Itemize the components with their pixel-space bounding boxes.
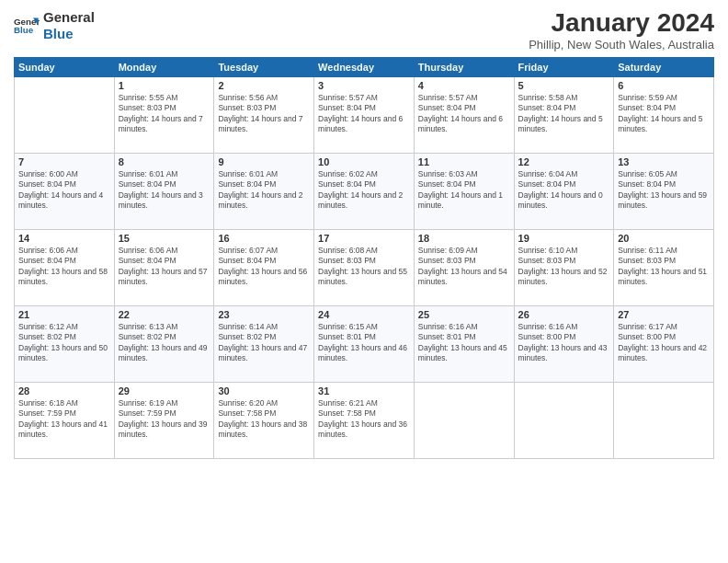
day-cell: 20Sunrise: 6:11 AMSunset: 8:03 PMDayligh…: [614, 229, 714, 305]
calendar-body: 1Sunrise: 5:55 AMSunset: 8:03 PMDaylight…: [15, 76, 714, 458]
day-number: 11: [418, 156, 510, 167]
day-info: Sunrise: 6:03 AMSunset: 8:04 PMDaylight:…: [418, 169, 510, 212]
logo-text: General Blue: [43, 9, 95, 42]
day-number: 29: [119, 385, 210, 396]
day-number: 8: [119, 156, 210, 167]
day-number: 6: [618, 80, 710, 91]
week-row-5: 28Sunrise: 6:18 AMSunset: 7:59 PMDayligh…: [15, 382, 714, 458]
day-info: Sunrise: 6:17 AMSunset: 8:00 PMDaylight:…: [618, 322, 710, 364]
day-info: Sunrise: 6:08 AMSunset: 8:03 PMDaylight:…: [318, 246, 410, 288]
calendar-table: Sunday Monday Tuesday Wednesday Thursday…: [14, 57, 714, 459]
day-info: Sunrise: 6:21 AMSunset: 7:58 PMDaylight:…: [318, 398, 410, 441]
day-cell: 12Sunrise: 6:04 AMSunset: 8:04 PMDayligh…: [514, 153, 614, 229]
saturday-header: Saturday: [614, 57, 714, 76]
day-info: Sunrise: 5:56 AMSunset: 8:03 PMDaylight:…: [218, 93, 310, 135]
day-cell: 21Sunrise: 6:12 AMSunset: 8:02 PMDayligh…: [15, 305, 115, 382]
day-cell: 28Sunrise: 6:18 AMSunset: 7:59 PMDayligh…: [15, 382, 115, 458]
day-cell: 9Sunrise: 6:01 AMSunset: 8:04 PMDaylight…: [214, 153, 314, 229]
day-cell: 27Sunrise: 6:17 AMSunset: 8:00 PMDayligh…: [614, 305, 714, 382]
week-row-3: 14Sunrise: 6:06 AMSunset: 8:04 PMDayligh…: [15, 229, 714, 305]
day-info: Sunrise: 6:05 AMSunset: 8:04 PMDaylight:…: [618, 169, 710, 212]
day-cell: [15, 76, 115, 153]
day-cell: 22Sunrise: 6:13 AMSunset: 8:02 PMDayligh…: [114, 305, 214, 382]
day-cell: [514, 382, 614, 458]
day-cell: 7Sunrise: 6:00 AMSunset: 8:04 PMDaylight…: [15, 153, 115, 229]
calendar-header: Sunday Monday Tuesday Wednesday Thursday…: [15, 57, 714, 76]
day-info: Sunrise: 6:04 AMSunset: 8:04 PMDaylight:…: [518, 169, 610, 212]
day-number: 20: [618, 233, 710, 244]
day-number: 26: [518, 309, 610, 320]
day-number: 19: [518, 233, 610, 244]
day-info: Sunrise: 6:18 AMSunset: 7:59 PMDaylight:…: [18, 398, 110, 441]
day-info: Sunrise: 6:00 AMSunset: 8:04 PMDaylight:…: [18, 169, 110, 212]
friday-header: Friday: [514, 57, 614, 76]
day-number: 16: [218, 233, 310, 244]
day-info: Sunrise: 6:01 AMSunset: 8:04 PMDaylight:…: [119, 169, 210, 212]
day-cell: 26Sunrise: 6:16 AMSunset: 8:00 PMDayligh…: [514, 305, 614, 382]
day-info: Sunrise: 6:16 AMSunset: 8:01 PMDaylight:…: [418, 322, 510, 364]
day-cell: 24Sunrise: 6:15 AMSunset: 8:01 PMDayligh…: [314, 305, 415, 382]
day-cell: [614, 382, 714, 458]
day-cell: 19Sunrise: 6:10 AMSunset: 8:03 PMDayligh…: [514, 229, 614, 305]
day-info: Sunrise: 6:06 AMSunset: 8:04 PMDaylight:…: [18, 246, 110, 288]
day-number: 14: [18, 233, 110, 244]
title-area: January 2024 Phillip, New South Wales, A…: [529, 9, 714, 52]
day-number: 3: [318, 80, 410, 91]
day-number: 2: [218, 80, 310, 91]
wednesday-header: Wednesday: [314, 57, 415, 76]
sunday-header: Sunday: [15, 57, 115, 76]
day-info: Sunrise: 6:01 AMSunset: 8:04 PMDaylight:…: [218, 169, 310, 212]
day-number: 24: [318, 309, 410, 320]
day-number: 5: [518, 80, 610, 91]
thursday-header: Thursday: [414, 57, 514, 76]
day-cell: [414, 382, 514, 458]
day-info: Sunrise: 5:55 AMSunset: 8:03 PMDaylight:…: [119, 93, 210, 135]
day-info: Sunrise: 5:57 AMSunset: 8:04 PMDaylight:…: [418, 93, 510, 135]
day-cell: 30Sunrise: 6:20 AMSunset: 7:58 PMDayligh…: [214, 382, 314, 458]
day-number: 1: [119, 80, 210, 91]
day-cell: 11Sunrise: 6:03 AMSunset: 8:04 PMDayligh…: [414, 153, 514, 229]
day-number: 28: [18, 385, 110, 396]
day-info: Sunrise: 5:57 AMSunset: 8:04 PMDaylight:…: [318, 93, 410, 135]
day-info: Sunrise: 6:14 AMSunset: 8:02 PMDaylight:…: [218, 322, 310, 364]
day-cell: 18Sunrise: 6:09 AMSunset: 8:03 PMDayligh…: [414, 229, 514, 305]
header: General Blue General Blue January 2024 P…: [14, 9, 714, 52]
day-cell: 14Sunrise: 6:06 AMSunset: 8:04 PMDayligh…: [15, 229, 115, 305]
day-number: 23: [218, 309, 310, 320]
day-cell: 1Sunrise: 5:55 AMSunset: 8:03 PMDaylight…: [114, 76, 214, 153]
day-info: Sunrise: 6:10 AMSunset: 8:03 PMDaylight:…: [518, 246, 610, 288]
day-info: Sunrise: 6:19 AMSunset: 7:59 PMDaylight:…: [119, 398, 210, 441]
day-number: 25: [418, 309, 510, 320]
day-info: Sunrise: 6:07 AMSunset: 8:04 PMDaylight:…: [218, 246, 310, 288]
day-info: Sunrise: 6:02 AMSunset: 8:04 PMDaylight:…: [318, 169, 410, 212]
day-info: Sunrise: 6:15 AMSunset: 8:01 PMDaylight:…: [318, 322, 410, 364]
day-cell: 6Sunrise: 5:59 AMSunset: 8:04 PMDaylight…: [614, 76, 714, 153]
day-info: Sunrise: 6:06 AMSunset: 8:04 PMDaylight:…: [119, 246, 210, 288]
logo: General Blue General Blue: [14, 9, 95, 42]
day-info: Sunrise: 6:12 AMSunset: 8:02 PMDaylight:…: [18, 322, 110, 364]
day-number: 17: [318, 233, 410, 244]
monday-header: Monday: [114, 57, 214, 76]
day-info: Sunrise: 6:20 AMSunset: 7:58 PMDaylight:…: [218, 398, 310, 441]
day-cell: 10Sunrise: 6:02 AMSunset: 8:04 PMDayligh…: [314, 153, 415, 229]
week-row-2: 7Sunrise: 6:00 AMSunset: 8:04 PMDaylight…: [15, 153, 714, 229]
day-number: 12: [518, 156, 610, 167]
day-number: 10: [318, 156, 410, 167]
day-cell: 31Sunrise: 6:21 AMSunset: 7:58 PMDayligh…: [314, 382, 415, 458]
logo-icon: General Blue: [14, 13, 40, 39]
day-number: 7: [18, 156, 110, 167]
day-number: 9: [218, 156, 310, 167]
day-cell: 29Sunrise: 6:19 AMSunset: 7:59 PMDayligh…: [114, 382, 214, 458]
day-info: Sunrise: 5:58 AMSunset: 8:04 PMDaylight:…: [518, 93, 610, 135]
month-title: January 2024: [529, 9, 714, 38]
day-number: 18: [418, 233, 510, 244]
day-number: 27: [618, 309, 710, 320]
day-number: 22: [119, 309, 210, 320]
day-cell: 5Sunrise: 5:58 AMSunset: 8:04 PMDaylight…: [514, 76, 614, 153]
header-row: Sunday Monday Tuesday Wednesday Thursday…: [15, 57, 714, 76]
tuesday-header: Tuesday: [214, 57, 314, 76]
day-info: Sunrise: 6:13 AMSunset: 8:02 PMDaylight:…: [119, 322, 210, 364]
svg-text:Blue: Blue: [14, 25, 34, 35]
day-info: Sunrise: 6:16 AMSunset: 8:00 PMDaylight:…: [518, 322, 610, 364]
week-row-1: 1Sunrise: 5:55 AMSunset: 8:03 PMDaylight…: [15, 76, 714, 153]
